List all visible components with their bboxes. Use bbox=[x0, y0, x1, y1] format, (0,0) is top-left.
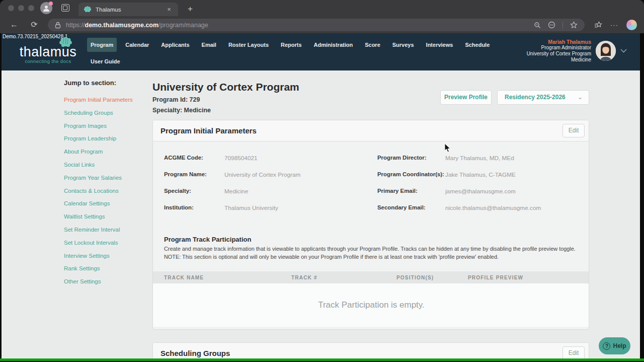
sidebar-item-contacts-locations[interactable]: Contacts & Locations bbox=[64, 185, 149, 198]
user-program: University of Cortex Program bbox=[527, 51, 591, 57]
nav-item-program[interactable]: Program bbox=[87, 38, 117, 52]
sidebar-item-waitlist-settings[interactable]: Waitlist Settings bbox=[64, 210, 149, 224]
main-nav: Program Calendar Applicants Email Roster… bbox=[87, 38, 493, 68]
nav-item-surveys[interactable]: Surveys bbox=[389, 38, 418, 52]
nav-item-reports[interactable]: Reports bbox=[277, 38, 305, 52]
track-section-title: Program Track Participation bbox=[164, 236, 251, 243]
field-label: Program Coordinator(s): bbox=[377, 171, 441, 177]
track-table-header: TRACK NAME TRACK # POSITION(S) PROFILE P… bbox=[153, 271, 589, 283]
copilot-icon[interactable] bbox=[626, 20, 637, 30]
user-role: Program Administrator bbox=[527, 45, 591, 51]
favorites-icon[interactable] bbox=[594, 21, 602, 29]
window-controls[interactable] bbox=[8, 5, 34, 11]
tab-close-icon[interactable]: × bbox=[165, 6, 173, 13]
card-header: Scheduling Groups Edit bbox=[153, 343, 589, 358]
field-label: Program Director: bbox=[377, 155, 441, 161]
sidebar-item-about-program[interactable]: About Program bbox=[64, 146, 149, 159]
track-section-desc1: Create and manage track information that… bbox=[164, 246, 576, 252]
back-button[interactable]: ← bbox=[8, 19, 20, 31]
help-button[interactable]: ? Help bbox=[599, 337, 630, 354]
field-value: nicole.thalamus@thalamusgme.com bbox=[445, 204, 541, 211]
tab-overview-icon[interactable] bbox=[61, 4, 69, 12]
dropdown-chevron-icon: ⌄ bbox=[578, 91, 583, 104]
season-dropdown[interactable]: Residency 2025-2026⌄ bbox=[497, 90, 589, 105]
sidebar-item-other-settings[interactable]: Other Settings bbox=[64, 275, 149, 288]
card-title: Program Initial Parameters bbox=[160, 120, 257, 141]
tab-title: Thalamus bbox=[96, 7, 161, 13]
field-value: Mary Thalamus, MD, MEd bbox=[445, 155, 514, 162]
zoom-icon[interactable] bbox=[534, 22, 541, 29]
sidebar-item-program-leadership[interactable]: Program Leadership bbox=[64, 132, 149, 146]
thalamus-logo[interactable]: thalamus connecting the docs bbox=[17, 40, 79, 64]
column-profile-preview: PROFILE PREVIEW bbox=[468, 275, 589, 280]
sidebar-item-interview-settings[interactable]: Interview Settings bbox=[64, 250, 149, 263]
field-value: University of Cortex Program bbox=[224, 171, 300, 178]
nav-item-calendar[interactable]: Calendar bbox=[122, 38, 152, 52]
sidebar-item-program-images[interactable]: Program Images bbox=[64, 120, 149, 133]
divider bbox=[562, 22, 563, 29]
preview-profile-button[interactable]: Preview Profile bbox=[440, 90, 492, 105]
video-artifact-line bbox=[0, 358, 644, 361]
sidebar-item-set-reminder-interval[interactable]: Set Reminder Interval bbox=[64, 224, 149, 237]
nav-item-applicants[interactable]: Applicants bbox=[157, 38, 193, 52]
browser-profile-avatar[interactable] bbox=[40, 2, 52, 14]
profile-notification-dot bbox=[49, 2, 53, 6]
edit-initial-parameters-button[interactable]: Edit bbox=[562, 124, 585, 137]
sidebar-item-program-year-salaries[interactable]: Program Year Salaries bbox=[64, 172, 149, 185]
sidebar-item-set-lockout-intervals[interactable]: Set Lockout Intervals bbox=[64, 237, 149, 250]
column-positions: POSITION(S) bbox=[396, 275, 468, 280]
nav-item-administration[interactable]: Administration bbox=[310, 38, 357, 52]
browser-addressbar: ← ⟳ https://demo.thalamusgme.com/program… bbox=[0, 16, 644, 33]
browser-titlebar: Thalamus × + bbox=[0, 0, 644, 16]
lock-icon bbox=[55, 22, 61, 29]
edit-scheduling-groups-button[interactable]: Edit bbox=[562, 346, 585, 358]
page-body: Demo.73.70215_20250428.1 thalamus connec… bbox=[2, 33, 640, 358]
track-empty-state: Track Participation is empty. bbox=[153, 283, 589, 327]
chevron-down-icon bbox=[620, 49, 627, 53]
track-empty-text: Track Participation is empty. bbox=[318, 300, 425, 310]
build-label: Demo.73.70215_20250428.1 bbox=[3, 34, 68, 39]
card-title: Scheduling Groups bbox=[160, 343, 230, 358]
field-label: Program Name: bbox=[164, 171, 224, 177]
bookmark-star-icon[interactable] bbox=[570, 21, 578, 29]
jump-sidebar: Jump to section: Program Initial Paramet… bbox=[64, 79, 149, 288]
sidebar-item-calendar-settings[interactable]: Calendar Settings bbox=[64, 197, 149, 210]
nav-item-interviews[interactable]: Interviews bbox=[423, 38, 457, 52]
browser-tab[interactable]: Thalamus × bbox=[78, 3, 178, 16]
program-initial-parameters-card: Program Initial Parameters Edit ACGME Co… bbox=[152, 120, 589, 330]
tracking-prevention-icon[interactable] bbox=[548, 21, 555, 29]
field-value: james@thalamusgme.com bbox=[445, 188, 516, 195]
sidebar-item-rank-settings[interactable]: Rank Settings bbox=[64, 262, 149, 275]
field-label: Institution: bbox=[164, 204, 224, 210]
field-label: Secondary Email: bbox=[377, 204, 441, 210]
track-section-desc2: NOTE: This section is optional and will … bbox=[164, 254, 499, 260]
logo-tagline: connecting the docs bbox=[17, 58, 79, 64]
column-track-name: TRACK NAME bbox=[164, 275, 291, 280]
site-header: Demo.73.70215_20250428.1 thalamus connec… bbox=[2, 33, 640, 70]
user-avatar[interactable] bbox=[596, 41, 616, 61]
thalamus-favicon bbox=[84, 6, 92, 13]
card-header: Program Initial Parameters Edit bbox=[153, 120, 589, 141]
sidebar-item-social-links[interactable]: Social Links bbox=[64, 159, 149, 172]
window-maximize-button[interactable] bbox=[28, 5, 34, 11]
sidebar-item-program-initial-parameters[interactable]: Program Initial Parameters bbox=[64, 94, 149, 107]
field-value: Jake Thalamus, C-TAGME bbox=[445, 171, 516, 178]
field-value: Medicine bbox=[224, 188, 248, 195]
window-close-button[interactable] bbox=[8, 5, 14, 11]
field-label: ACGME Code: bbox=[164, 155, 224, 161]
nav-item-email[interactable]: Email bbox=[198, 38, 220, 52]
brain-icon bbox=[59, 37, 72, 48]
nav-item-schedule[interactable]: Schedule bbox=[461, 38, 493, 52]
reload-button[interactable]: ⟳ bbox=[28, 19, 40, 31]
url-bar[interactable]: https://demo.thalamusgme.com/program/man… bbox=[48, 19, 585, 31]
user-menu[interactable]: Mariah Thalamus Program Administrator Un… bbox=[527, 39, 627, 63]
sidebar-item-scheduling-groups[interactable]: Scheduling Groups bbox=[64, 107, 149, 120]
new-tab-button[interactable]: + bbox=[184, 3, 196, 15]
browser-menu-icon[interactable]: ··· bbox=[610, 21, 618, 29]
nav-item-user-guide[interactable]: User Guide bbox=[87, 54, 124, 68]
window-minimize-button[interactable] bbox=[18, 5, 24, 11]
field-label: Specialty: bbox=[164, 188, 224, 194]
scheduling-groups-card: Scheduling Groups Edit bbox=[152, 342, 589, 358]
nav-item-score[interactable]: Score bbox=[361, 38, 384, 52]
nav-item-roster-layouts[interactable]: Roster Layouts bbox=[225, 38, 272, 52]
